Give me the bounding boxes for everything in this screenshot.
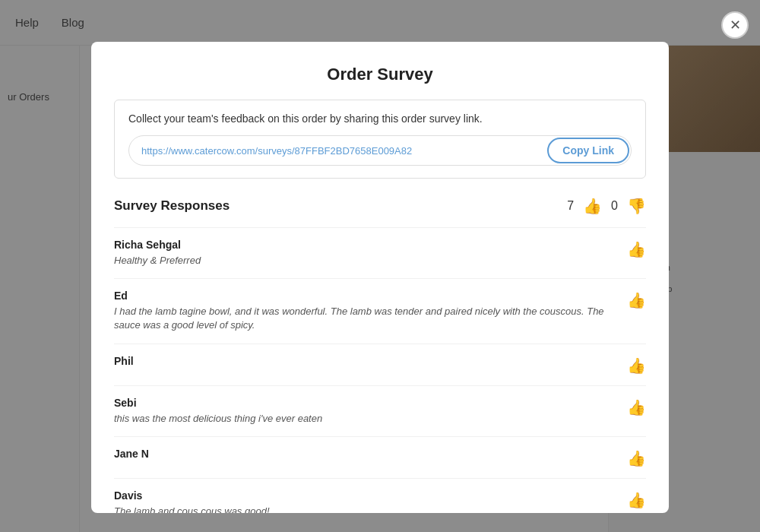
thumbs-up-response-icon: 👍 (627, 449, 646, 467)
survey-link-section: Collect your team's feedback on this ord… (114, 100, 646, 179)
response-content: EdI had the lamb tagine bowl, and it was… (114, 290, 619, 332)
close-icon: ✕ (730, 17, 741, 33)
overlay-close-button[interactable]: ✕ (721, 11, 749, 39)
response-comment: Healthy & Preferred (114, 254, 619, 268)
survey-responses-section: Survey Responses 7 👍 0 👎 Richa SehgalHea… (114, 197, 646, 513)
thumbs-up-response-icon: 👍 (627, 356, 646, 375)
response-content: Jane N (114, 448, 619, 463)
response-name: Jane N (114, 448, 619, 460)
response-content: DavisThe lamb and cous cous was good! (114, 489, 619, 513)
response-name: Phil (114, 355, 619, 367)
responses-header: Survey Responses 7 👍 0 👎 (114, 197, 646, 215)
thumbs-up-response-icon: 👍 (627, 398, 646, 416)
response-item: Jane N👍 (114, 436, 646, 478)
thumbs-down-count: 0 (611, 199, 618, 213)
response-name: Richa Sehgal (114, 239, 619, 251)
order-survey-modal: Order Survey Collect your team's feedbac… (91, 42, 669, 513)
thumbs-up-count: 7 (567, 199, 574, 213)
response-comment: The lamb and cous cous was good! (114, 505, 619, 513)
response-item: DavisThe lamb and cous cous was good!👍 (114, 478, 646, 513)
response-item: EdI had the lamb tagine bowl, and it was… (114, 278, 646, 343)
response-item: Phil👍 (114, 344, 646, 385)
response-item: Richa SehgalHealthy & Preferred👍 (114, 227, 646, 278)
thumbs-down-icon: 👎 (627, 197, 646, 215)
response-content: Richa SehgalHealthy & Preferred (114, 239, 619, 268)
thumbs-up-response-icon: 👍 (627, 291, 646, 309)
thumbs-up-icon: 👍 (583, 197, 602, 215)
copy-link-button[interactable]: Copy Link (547, 138, 629, 163)
response-name: Davis (114, 489, 619, 502)
survey-url: https://www.catercow.com/surveys/87FFBF2… (141, 145, 547, 157)
responses-list: Richa SehgalHealthy & Preferred👍EdI had … (114, 227, 646, 513)
survey-link-row: https://www.catercow.com/surveys/87FFBF2… (128, 135, 632, 166)
response-name: Ed (114, 290, 619, 302)
thumbs-up-response-icon: 👍 (627, 491, 646, 509)
responses-title: Survey Responses (114, 198, 558, 214)
response-comment: I had the lamb tagine bowl, and it was w… (114, 305, 619, 332)
thumbs-up-response-icon: 👍 (627, 240, 646, 258)
response-content: Sebithis was the most delicious thing i'… (114, 397, 619, 426)
response-name: Sebi (114, 397, 619, 409)
modal-overlay: ✕ Order Survey Collect your team's feedb… (0, 0, 760, 532)
response-comment: this was the most delicious thing i've e… (114, 412, 619, 426)
modal-title: Order Survey (114, 65, 646, 84)
survey-description: Collect your team's feedback on this ord… (128, 112, 632, 125)
response-content: Phil (114, 355, 619, 370)
response-item: Sebithis was the most delicious thing i'… (114, 385, 646, 436)
